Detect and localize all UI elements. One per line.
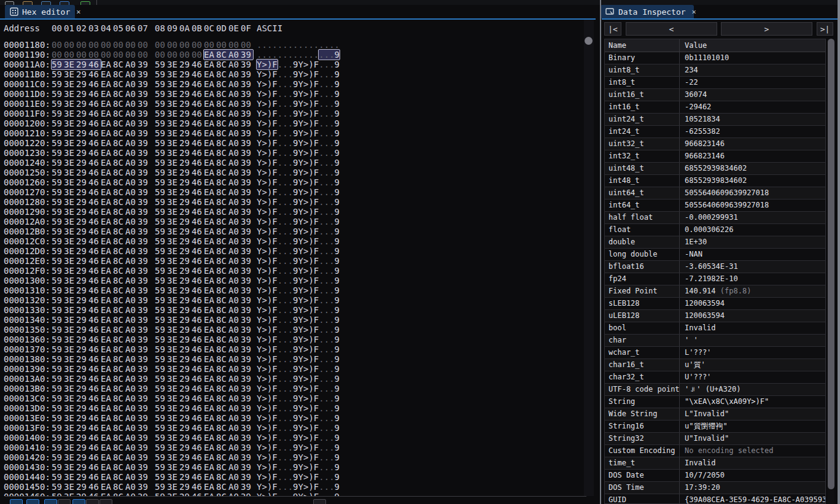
inspector-row-value[interactable]: U'???': [680, 371, 825, 383]
ascii-char[interactable]: .: [278, 168, 282, 177]
ascii-char[interactable]: F: [272, 118, 277, 128]
hex-byte[interactable]: 29: [76, 305, 88, 315]
ascii-char[interactable]: F: [272, 423, 277, 433]
ascii-char[interactable]: .: [288, 60, 293, 69]
hex-byte[interactable]: 3E: [64, 168, 76, 177]
hex-byte[interactable]: EA: [204, 50, 216, 60]
hex-byte[interactable]: 29: [179, 207, 192, 217]
hex-byte[interactable]: 3E: [64, 403, 76, 413]
inspector-row-value[interactable]: Invalid: [680, 457, 825, 469]
ascii-char[interactable]: .: [319, 99, 324, 109]
hex-byte[interactable]: A0: [125, 335, 138, 344]
hex-byte[interactable]: 59: [155, 109, 167, 118]
ascii-char[interactable]: 9: [293, 305, 298, 315]
ascii-char[interactable]: F: [272, 197, 277, 207]
hex-byte[interactable]: 29: [76, 403, 88, 413]
hex-byte[interactable]: 59: [52, 256, 64, 266]
ascii-char[interactable]: 9: [335, 305, 340, 315]
ascii-char[interactable]: 9: [293, 109, 298, 118]
ascii-char[interactable]: F: [314, 295, 319, 305]
hex-byte[interactable]: 00: [101, 50, 113, 60]
hex-byte[interactable]: A0: [228, 472, 241, 482]
hex-byte[interactable]: 46: [192, 305, 204, 315]
hex-byte[interactable]: 59: [52, 276, 64, 285]
hex-byte[interactable]: 3E: [167, 276, 179, 285]
hex-byte[interactable]: A0: [228, 60, 241, 69]
hex-byte[interactable]: 29: [76, 325, 88, 335]
inspector-row-value[interactable]: 68552939834602: [680, 163, 825, 174]
hex-byte[interactable]: 39: [138, 413, 150, 423]
hex-byte[interactable]: EA: [204, 227, 216, 236]
ascii-char[interactable]: .: [329, 79, 334, 89]
hex-byte[interactable]: 39: [138, 472, 150, 482]
ascii-char[interactable]: F: [272, 295, 277, 305]
hex-byte[interactable]: 8C: [113, 118, 125, 128]
hex-scrollbar[interactable]: [584, 20, 594, 496]
hex-byte[interactable]: 39: [138, 168, 150, 177]
inspector-row-value[interactable]: -22: [680, 77, 825, 88]
hex-byte[interactable]: 39: [241, 315, 253, 325]
inspector-row-value[interactable]: "\xEA\x8C\xA09Y>)F": [680, 396, 825, 408]
hex-byte[interactable]: 46: [88, 335, 101, 344]
hex-byte[interactable]: 8C: [113, 128, 125, 138]
ascii-char[interactable]: .: [282, 335, 287, 344]
hex-byte[interactable]: EA: [101, 374, 113, 384]
hex-byte[interactable]: 39: [241, 118, 253, 128]
hex-byte[interactable]: 39: [241, 443, 253, 452]
hex-byte[interactable]: 39: [138, 207, 150, 217]
ascii-char[interactable]: .: [288, 99, 293, 109]
ascii-char[interactable]: F: [272, 413, 277, 423]
inspector-row-value[interactable]: 120063594: [680, 298, 825, 309]
hex-byte[interactable]: EA: [204, 148, 216, 158]
ascii-char[interactable]: .: [278, 413, 282, 423]
ascii-char[interactable]: .: [278, 423, 282, 433]
ascii-char[interactable]: 9: [335, 285, 340, 295]
hex-byte[interactable]: 46: [88, 79, 101, 89]
hex-byte[interactable]: A0: [125, 394, 138, 403]
ascii-char[interactable]: F: [314, 285, 319, 295]
hex-byte[interactable]: 29: [76, 452, 88, 462]
hex-byte[interactable]: 46: [88, 217, 101, 227]
hex-byte[interactable]: 00: [228, 40, 241, 50]
hex-byte[interactable]: 59: [52, 443, 64, 452]
ascii-char[interactable]: .: [329, 315, 334, 325]
hex-byte[interactable]: A0: [125, 89, 138, 99]
ascii-char[interactable]: .: [278, 462, 282, 472]
hex-byte[interactable]: 46: [192, 276, 204, 285]
hex-byte[interactable]: EA: [101, 462, 113, 472]
ascii-char[interactable]: Y: [298, 492, 303, 496]
hex-byte[interactable]: A0: [125, 276, 138, 285]
hex-byte[interactable]: 59: [155, 207, 167, 217]
ascii-char[interactable]: .: [319, 384, 324, 394]
hex-byte[interactable]: 3E: [64, 158, 76, 168]
hex-byte[interactable]: 39: [138, 354, 150, 364]
ascii-char[interactable]: .: [288, 227, 293, 236]
footer-button-7[interactable]: [99, 499, 112, 504]
ascii-char[interactable]: .: [329, 89, 334, 99]
hex-byte[interactable]: 59: [52, 60, 64, 69]
ascii-char[interactable]: .: [324, 148, 329, 158]
hex-byte[interactable]: 29: [179, 482, 192, 492]
hex-byte[interactable]: 59: [52, 89, 64, 99]
hex-byte[interactable]: 39: [138, 335, 150, 344]
hex-byte[interactable]: 46: [192, 177, 204, 187]
ascii-char[interactable]: .: [282, 374, 287, 384]
hex-byte[interactable]: 8C: [216, 246, 228, 256]
hex-byte[interactable]: A0: [228, 462, 241, 472]
ascii-char[interactable]: .: [278, 207, 282, 217]
inspector-row-value[interactable]: No encoding selected: [680, 445, 825, 457]
hex-byte[interactable]: A0: [125, 403, 138, 413]
ascii-char[interactable]: .: [282, 384, 287, 394]
hex-byte[interactable]: 46: [88, 295, 101, 305]
inspector-scrollbar-thumb[interactable]: [828, 39, 834, 489]
hex-byte[interactable]: 39: [138, 374, 150, 384]
tab-data-inspector-close-icon[interactable]: ✕: [692, 7, 696, 16]
hex-byte[interactable]: A0: [125, 236, 138, 246]
hex-byte[interactable]: 46: [192, 472, 204, 482]
hex-byte[interactable]: 29: [179, 89, 192, 99]
ascii-char[interactable]: F: [314, 374, 319, 384]
ascii-char[interactable]: 9: [293, 177, 298, 187]
ascii-char[interactable]: .: [329, 266, 334, 276]
ascii-char[interactable]: .: [329, 335, 334, 344]
hex-byte[interactable]: EA: [101, 118, 113, 128]
